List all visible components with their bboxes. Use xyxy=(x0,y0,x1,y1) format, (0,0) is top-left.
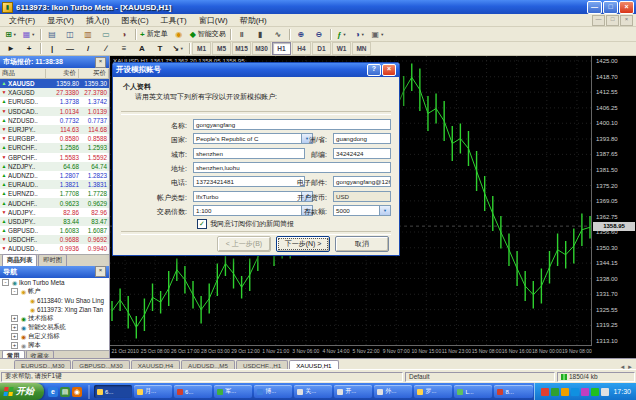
task-button[interactable]: 罗... xyxy=(414,385,452,398)
dialog-close-icon[interactable]: × xyxy=(382,64,396,76)
timeframe-h1-button[interactable]: H1 xyxy=(272,42,291,55)
market-watch-row[interactable]: ▲AUDCHF..0.96230.9629 xyxy=(0,198,109,207)
vertical-line-button[interactable]: | xyxy=(43,42,61,56)
profiles-button[interactable]: ▦▼ xyxy=(20,27,38,41)
tray-icon[interactable] xyxy=(561,388,569,396)
next-button[interactable]: 下一步(N) > xyxy=(276,236,330,252)
timeframe-m30-button[interactable]: M30 xyxy=(252,42,271,55)
mdi-restore-icon[interactable]: □ xyxy=(606,15,619,26)
market-watch-row[interactable]: ▲USDJPY..83.4483.47 xyxy=(0,217,109,226)
field-input-电子邮件[interactable]: gongyangfang@126.com xyxy=(333,176,391,187)
indicators-button[interactable]: ƒ▼ xyxy=(333,27,351,41)
tree-item[interactable]: ◉6113973: Xing Zian Tan xyxy=(0,305,109,314)
tab-即时图[interactable]: 即时图 xyxy=(38,254,67,266)
tray-icon[interactable] xyxy=(571,388,579,396)
field-input-邮编[interactable]: 34242424 xyxy=(333,148,391,159)
fibonacci-button[interactable]: ≡ xyxy=(115,42,133,56)
horizontal-line-button[interactable]: — xyxy=(61,42,79,56)
timeframe-m1-button[interactable]: M1 xyxy=(192,42,211,55)
task-button[interactable]: 8... xyxy=(494,385,532,398)
tab-商品列表[interactable]: 商品列表 xyxy=(2,254,37,266)
ie-icon[interactable]: e xyxy=(48,387,58,397)
newsletter-checkbox[interactable]: ✓ xyxy=(197,219,207,229)
market-watch-row[interactable]: ▲GBPUSD..1.60831.6087 xyxy=(0,226,109,235)
data-window-toggle-button[interactable]: ◫ xyxy=(61,27,79,41)
arrows-button[interactable]: ↘▼ xyxy=(169,42,187,56)
tree-expand-icon[interactable]: + xyxy=(11,324,18,331)
terminal-toggle-button[interactable]: ▭ xyxy=(97,27,115,41)
newsletter-checkbox-row[interactable]: ✓ 我同意订阅你们的新闻简报 xyxy=(197,219,294,229)
market-watch-row[interactable]: ▼AUDJPY..82.8682.96 xyxy=(0,208,109,217)
field-input-地址[interactable]: shenzhen,luohu xyxy=(193,162,391,173)
timeframe-m5-button[interactable]: M5 xyxy=(212,42,231,55)
task-button[interactable]: 外... xyxy=(374,385,412,398)
field-input-名称[interactable]: gongyangfang xyxy=(193,119,391,130)
close-button[interactable]: × xyxy=(619,1,634,14)
market-watch-row[interactable]: ▼AUDUSD..0.99360.9940 xyxy=(0,244,109,253)
tray-icon[interactable] xyxy=(601,388,609,396)
timeframe-h4-button[interactable]: H4 xyxy=(292,42,311,55)
tree-expand-icon[interactable]: - xyxy=(11,288,18,295)
task-button[interactable]: 6... xyxy=(174,385,212,398)
mdi-minimize-icon[interactable]: — xyxy=(592,15,605,26)
market-watch-toggle-button[interactable]: ▤ xyxy=(43,27,61,41)
menu-item-f[interactable]: 文件(F) xyxy=(3,14,41,27)
tree-item[interactable]: +◉脚本 xyxy=(0,341,109,350)
trendline-button[interactable]: / xyxy=(79,42,97,56)
candlestick-chart-button[interactable]: ▮ xyxy=(251,27,269,41)
field-input-洲省[interactable]: guangdong xyxy=(333,133,391,144)
task-button[interactable]: L... xyxy=(454,385,492,398)
field-input-存款额[interactable]: 5000▼ xyxy=(333,205,391,216)
tree-item[interactable]: -◉帐户 xyxy=(0,287,109,296)
new-chart-button[interactable]: ⊞▼ xyxy=(2,27,20,41)
media-player-icon[interactable]: ◉ xyxy=(72,387,82,397)
tree-item[interactable]: -◉Ikon Turbo Meta xyxy=(0,278,109,287)
back-button[interactable]: < 上一步(B) xyxy=(217,236,271,252)
line-chart-button[interactable]: ∿ xyxy=(269,27,287,41)
tree-item[interactable]: ◉6113840: Wu Shao Ling xyxy=(0,296,109,305)
menu-item-h[interactable]: 帮助(H) xyxy=(234,14,273,27)
task-button[interactable]: 关... xyxy=(294,385,332,398)
zoom-out-button[interactable]: ⊖ xyxy=(310,27,328,41)
tray-icon[interactable] xyxy=(591,388,599,396)
minimize-button[interactable]: — xyxy=(587,1,602,14)
market-watch-close-icon[interactable]: × xyxy=(95,57,106,68)
market-watch-row[interactable]: ▲EURCHF..1.25861.2593 xyxy=(0,143,109,152)
market-watch-row[interactable]: ▼EURJPY..114.63114.68 xyxy=(0,125,109,134)
market-watch-row[interactable]: ▲NZDUSD..0.77320.7737 xyxy=(0,116,109,125)
dialog-help-icon[interactable]: ? xyxy=(367,64,381,76)
market-watch-row[interactable]: ▲EURNZD..1.77081.7728 xyxy=(0,189,109,198)
field-input-开户货币[interactable]: USD xyxy=(333,191,391,202)
task-button[interactable]: 军... xyxy=(214,385,252,398)
mdi-close-icon[interactable]: × xyxy=(620,15,633,26)
new-order-button[interactable]: +新定单 xyxy=(138,27,170,41)
strategy-tester-button[interactable]: ◑ xyxy=(115,27,133,41)
menu-item-v[interactable]: 显示(V) xyxy=(41,14,80,27)
navigator-close-icon[interactable]: × xyxy=(95,266,106,277)
column-ask[interactable]: 买价 xyxy=(79,69,109,78)
periods-button[interactable]: ◑▼ xyxy=(351,27,369,41)
market-watch-row[interactable]: ▼EURGBP..0.85800.8588 xyxy=(0,134,109,143)
cursor-button[interactable]: ► xyxy=(2,42,20,56)
templates-button[interactable]: ▣▼ xyxy=(369,27,387,41)
market-watch-row[interactable]: ▲XAUUSD1359.801359.30 xyxy=(0,79,109,88)
timeframe-m15-button[interactable]: M15 xyxy=(232,42,251,55)
text-button[interactable]: A xyxy=(133,42,151,56)
tray-icon[interactable] xyxy=(581,388,589,396)
tree-expand-icon[interactable]: - xyxy=(2,279,9,286)
column-bid[interactable]: 卖价 xyxy=(46,69,79,78)
menu-item-i[interactable]: 插入(I) xyxy=(80,14,116,27)
market-watch-row[interactable]: ▼GBPCHF..1.55831.5592 xyxy=(0,153,109,162)
text-label-button[interactable]: T xyxy=(151,42,169,56)
cancel-button[interactable]: 取消 xyxy=(335,236,389,252)
show-desktop-icon[interactable]: ▤ xyxy=(60,387,70,397)
menu-item-c[interactable]: 图表(C) xyxy=(115,14,154,27)
tray-icon[interactable] xyxy=(551,388,559,396)
tree-expand-icon[interactable]: + xyxy=(11,315,18,322)
market-watch-row[interactable]: ▲AUDNZD..1.28071.2823 xyxy=(0,171,109,180)
navigator-toggle-button[interactable]: ▥ xyxy=(79,27,97,41)
task-button[interactable]: 博... xyxy=(254,385,292,398)
task-button[interactable]: 6... xyxy=(94,385,132,398)
market-watch-row[interactable]: ▲NZDJPY..64.6864.74 xyxy=(0,162,109,171)
task-button[interactable]: 开... xyxy=(334,385,372,398)
